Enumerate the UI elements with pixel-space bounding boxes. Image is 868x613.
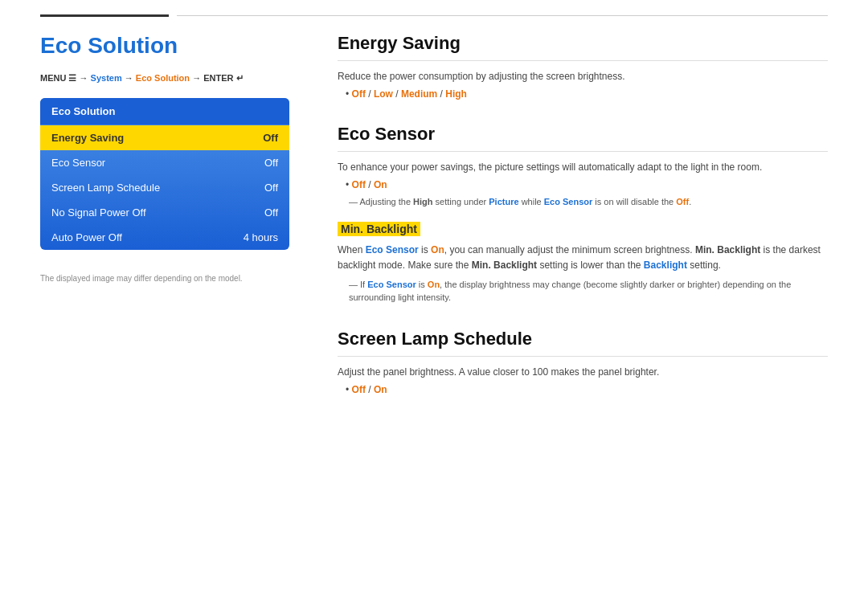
menu-item-label: Eco Sensor [51,157,105,169]
main-layout: Eco Solution MENU ☰ → System → Eco Solut… [0,25,868,443]
menu-item-screen-lamp[interactable]: Screen Lamp Schedule Off [40,175,289,200]
section-desc-energy-saving: Reduce the power consumption by adjustin… [338,69,828,84]
energy-saving-option: Off / Low / Medium / High [346,88,828,100]
right-panel: Energy Saving Reduce the power consumpti… [338,33,828,419]
section-desc-eco-sensor: To enhance your power savings, the pictu… [338,160,828,174]
menu-item-no-signal[interactable]: No Signal Power Off Off [40,200,289,225]
eco-solution-menu: Eco Solution Energy Saving Off Eco Senso… [40,98,289,250]
eco-sensor-options: Off / On [338,179,828,190]
menu-item-value: Off [264,206,278,219]
menu-item-label: Screen Lamp Schedule [51,182,160,194]
breadcrumb-eco: Eco Solution [136,73,190,83]
section-eco-sensor: Eco Sensor To enhance your power savings… [338,124,828,304]
section-screen-lamp: Screen Lamp Schedule Adjust the panel br… [338,329,828,395]
top-bar-separator [177,15,828,16]
eco-sensor-option: Off / On [346,179,828,190]
section-desc-screen-lamp: Adjust the panel brightness. A value clo… [338,365,828,379]
menu-box-title: Eco Solution [40,98,289,125]
section-title-energy-saving: Energy Saving [338,33,828,61]
screen-lamp-options: Off / On [338,384,828,395]
menu-item-label: Energy Saving [51,132,124,144]
breadcrumb-arrow1: → [80,73,91,83]
breadcrumb-arrow3: → [192,73,203,83]
section-title-screen-lamp: Screen Lamp Schedule [338,329,828,357]
min-backlight-desc: When Eco Sensor is On, you can manually … [338,243,828,273]
breadcrumb-arrow2: → [125,73,136,83]
section-energy-saving: Energy Saving Reduce the power consumpti… [338,33,828,100]
menu-item-value: Off [263,132,278,144]
menu-item-value: Off [264,182,278,194]
min-backlight-section: Min. Backlight When Eco Sensor is On, yo… [338,219,828,304]
menu-item-label: Auto Power Off [51,231,122,243]
top-bar [0,0,868,25]
menu-item-label: No Signal Power Off [51,206,146,219]
menu-item-eco-sensor[interactable]: Eco Sensor Off [40,150,289,175]
breadcrumb-system: System [91,73,122,83]
left-panel: Eco Solution MENU ☰ → System → Eco Solut… [40,33,289,419]
energy-saving-options: Off / Low / Medium / High [338,88,828,100]
breadcrumb-menu: MENU ☰ [40,73,76,83]
page-title: Eco Solution [40,33,289,59]
min-backlight-highlight: Min. Backlight [338,222,420,236]
top-bar-accent-line [40,14,169,17]
disclaimer: The displayed image may differ depending… [40,274,289,283]
min-backlight-note: If Eco Sensor is On, the display brightn… [338,278,828,304]
breadcrumb: MENU ☰ → System → Eco Solution → ENTER ↵ [40,73,289,84]
breadcrumb-enter: ENTER ↵ [203,73,243,83]
screen-lamp-option: Off / On [346,384,828,395]
section-title-eco-sensor: Eco Sensor [338,124,828,152]
menu-item-energy-saving[interactable]: Energy Saving Off [40,125,289,150]
menu-item-value: 4 hours [244,231,278,243]
eco-sensor-note: Adjusting the High setting under Picture… [338,195,828,209]
menu-item-auto-power[interactable]: Auto Power Off 4 hours [40,225,289,250]
menu-item-value: Off [264,157,278,169]
